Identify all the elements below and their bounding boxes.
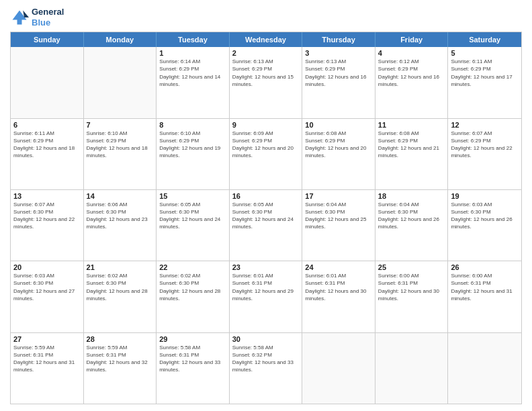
day-info: Sunrise: 6:02 AMSunset: 6:30 PMDaylight:… xyxy=(87,272,154,302)
day-info: Sunrise: 6:07 AMSunset: 6:29 PMDaylight:… xyxy=(451,130,519,160)
day-info: Sunrise: 6:00 AMSunset: 6:31 PMDaylight:… xyxy=(451,272,519,302)
header-day-sunday: Sunday xyxy=(11,32,84,47)
cal-cell: 30Sunrise: 5:58 AMSunset: 6:32 PMDayligh… xyxy=(230,333,303,404)
day-number: 3 xyxy=(305,49,372,57)
day-number: 26 xyxy=(451,263,519,271)
cal-cell: 21Sunrise: 6:02 AMSunset: 6:30 PMDayligh… xyxy=(84,261,157,332)
calendar-body: 1Sunrise: 6:14 AMSunset: 6:29 PMDaylight… xyxy=(11,47,521,404)
cal-cell: 15Sunrise: 6:05 AMSunset: 6:30 PMDayligh… xyxy=(157,190,230,261)
cal-cell: 10Sunrise: 6:08 AMSunset: 6:29 PMDayligh… xyxy=(302,119,375,189)
day-number: 12 xyxy=(451,121,519,129)
cal-cell: 2Sunrise: 6:13 AMSunset: 6:29 PMDaylight… xyxy=(230,47,303,118)
cal-cell xyxy=(448,333,521,404)
day-number: 7 xyxy=(87,121,154,129)
day-info: Sunrise: 6:08 AMSunset: 6:29 PMDaylight:… xyxy=(378,130,445,160)
day-info: Sunrise: 6:01 AMSunset: 6:31 PMDaylight:… xyxy=(305,272,372,302)
cal-cell: 27Sunrise: 5:59 AMSunset: 6:31 PMDayligh… xyxy=(11,333,84,404)
day-info: Sunrise: 6:10 AMSunset: 6:29 PMDaylight:… xyxy=(87,130,154,160)
week-5: 27Sunrise: 5:59 AMSunset: 6:31 PMDayligh… xyxy=(11,333,521,404)
day-number: 19 xyxy=(451,192,519,200)
cal-cell xyxy=(375,333,449,404)
day-info: Sunrise: 6:01 AMSunset: 6:31 PMDaylight:… xyxy=(232,272,300,302)
cal-cell: 14Sunrise: 6:06 AMSunset: 6:30 PMDayligh… xyxy=(84,190,157,261)
cal-cell: 1Sunrise: 6:14 AMSunset: 6:29 PMDaylight… xyxy=(157,47,230,118)
cal-cell: 22Sunrise: 6:02 AMSunset: 6:30 PMDayligh… xyxy=(157,261,230,332)
day-number: 28 xyxy=(87,335,154,343)
day-number: 29 xyxy=(159,335,226,343)
day-number: 24 xyxy=(305,263,372,271)
cal-cell: 11Sunrise: 6:08 AMSunset: 6:29 PMDayligh… xyxy=(375,119,449,189)
day-number: 25 xyxy=(378,263,445,271)
day-info: Sunrise: 6:02 AMSunset: 6:30 PMDaylight:… xyxy=(159,272,226,302)
day-info: Sunrise: 5:58 AMSunset: 6:32 PMDaylight:… xyxy=(232,344,300,374)
day-number: 9 xyxy=(232,121,300,129)
week-2: 6Sunrise: 6:11 AMSunset: 6:29 PMDaylight… xyxy=(11,119,521,190)
day-info: Sunrise: 6:05 AMSunset: 6:30 PMDaylight:… xyxy=(159,201,226,231)
cal-cell: 26Sunrise: 6:00 AMSunset: 6:31 PMDayligh… xyxy=(448,261,521,332)
cal-cell xyxy=(302,333,375,404)
week-4: 20Sunrise: 6:03 AMSunset: 6:30 PMDayligh… xyxy=(11,261,521,332)
day-info: Sunrise: 6:00 AMSunset: 6:31 PMDaylight:… xyxy=(378,272,445,302)
day-info: Sunrise: 6:03 AMSunset: 6:30 PMDaylight:… xyxy=(451,201,519,231)
day-number: 30 xyxy=(232,335,300,343)
page: General Blue SundayMondayTuesdayWednesda… xyxy=(0,0,532,411)
day-number: 8 xyxy=(159,121,226,129)
day-info: Sunrise: 6:04 AMSunset: 6:30 PMDaylight:… xyxy=(305,201,372,231)
day-number: 13 xyxy=(13,192,81,200)
cal-cell xyxy=(11,47,84,118)
day-number: 21 xyxy=(87,263,154,271)
cal-cell: 7Sunrise: 6:10 AMSunset: 6:29 PMDaylight… xyxy=(84,119,157,189)
day-number: 10 xyxy=(305,121,372,129)
day-info: Sunrise: 6:13 AMSunset: 6:29 PMDaylight:… xyxy=(305,58,372,88)
cal-cell: 9Sunrise: 6:09 AMSunset: 6:29 PMDaylight… xyxy=(230,119,303,189)
day-info: Sunrise: 5:58 AMSunset: 6:31 PMDaylight:… xyxy=(159,344,226,374)
calendar: SundayMondayTuesdayWednesdayThursdayFrid… xyxy=(10,32,522,404)
day-info: Sunrise: 6:07 AMSunset: 6:30 PMDaylight:… xyxy=(13,201,81,231)
day-number: 6 xyxy=(13,121,81,129)
header-day-friday: Friday xyxy=(375,32,449,47)
day-info: Sunrise: 6:09 AMSunset: 6:29 PMDaylight:… xyxy=(232,130,300,160)
day-info: Sunrise: 6:05 AMSunset: 6:30 PMDaylight:… xyxy=(232,201,300,231)
day-info: Sunrise: 6:03 AMSunset: 6:30 PMDaylight:… xyxy=(13,272,81,302)
day-number: 1 xyxy=(159,49,226,57)
calendar-header: SundayMondayTuesdayWednesdayThursdayFrid… xyxy=(11,32,521,47)
day-info: Sunrise: 6:11 AMSunset: 6:29 PMDaylight:… xyxy=(13,130,81,160)
day-number: 27 xyxy=(13,335,81,343)
day-number: 17 xyxy=(305,192,372,200)
day-number: 15 xyxy=(159,192,226,200)
logo-general: General xyxy=(32,7,64,17)
day-number: 14 xyxy=(87,192,154,200)
cal-cell: 5Sunrise: 6:11 AMSunset: 6:29 PMDaylight… xyxy=(448,47,521,118)
header-day-wednesday: Wednesday xyxy=(230,32,303,47)
week-1: 1Sunrise: 6:14 AMSunset: 6:29 PMDaylight… xyxy=(11,47,521,118)
day-number: 18 xyxy=(378,192,445,200)
cal-cell: 4Sunrise: 6:12 AMSunset: 6:29 PMDaylight… xyxy=(375,47,449,118)
day-number: 5 xyxy=(451,49,519,57)
cal-cell: 6Sunrise: 6:11 AMSunset: 6:29 PMDaylight… xyxy=(11,119,84,189)
day-info: Sunrise: 5:59 AMSunset: 6:31 PMDaylight:… xyxy=(13,344,81,374)
day-info: Sunrise: 6:14 AMSunset: 6:29 PMDaylight:… xyxy=(159,58,226,88)
logo-icon xyxy=(10,8,29,27)
header-day-monday: Monday xyxy=(84,32,157,47)
header: General Blue xyxy=(10,7,522,28)
cal-cell: 25Sunrise: 6:00 AMSunset: 6:31 PMDayligh… xyxy=(375,261,449,332)
header-day-tuesday: Tuesday xyxy=(157,32,230,47)
day-info: Sunrise: 6:12 AMSunset: 6:29 PMDaylight:… xyxy=(378,58,445,88)
cal-cell: 29Sunrise: 5:58 AMSunset: 6:31 PMDayligh… xyxy=(157,333,230,404)
week-3: 13Sunrise: 6:07 AMSunset: 6:30 PMDayligh… xyxy=(11,190,521,261)
day-number: 4 xyxy=(378,49,445,57)
day-number: 2 xyxy=(232,49,300,57)
day-info: Sunrise: 6:13 AMSunset: 6:29 PMDaylight:… xyxy=(232,58,300,88)
day-info: Sunrise: 5:59 AMSunset: 6:31 PMDaylight:… xyxy=(87,344,154,374)
cal-cell: 13Sunrise: 6:07 AMSunset: 6:30 PMDayligh… xyxy=(11,190,84,261)
day-info: Sunrise: 6:10 AMSunset: 6:29 PMDaylight:… xyxy=(159,130,226,160)
cal-cell: 24Sunrise: 6:01 AMSunset: 6:31 PMDayligh… xyxy=(302,261,375,332)
logo: General Blue xyxy=(10,7,64,28)
day-info: Sunrise: 6:06 AMSunset: 6:30 PMDaylight:… xyxy=(87,201,154,231)
cal-cell: 23Sunrise: 6:01 AMSunset: 6:31 PMDayligh… xyxy=(230,261,303,332)
cal-cell: 3Sunrise: 6:13 AMSunset: 6:29 PMDaylight… xyxy=(302,47,375,118)
cal-cell: 16Sunrise: 6:05 AMSunset: 6:30 PMDayligh… xyxy=(230,190,303,261)
day-number: 20 xyxy=(13,263,81,271)
day-info: Sunrise: 6:08 AMSunset: 6:29 PMDaylight:… xyxy=(305,130,372,160)
header-day-thursday: Thursday xyxy=(302,32,375,47)
